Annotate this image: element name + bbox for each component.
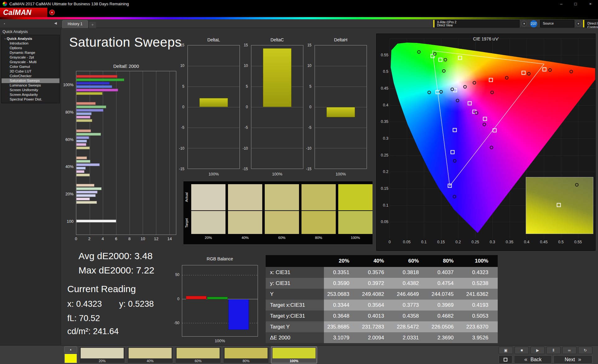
pause-button[interactable]: Ⅱ — [546, 347, 561, 354]
axis-tick-label: 14 — [167, 236, 172, 241]
sidebar-item-quick-analysis[interactable]: ▪Quick Analysis — [2, 36, 59, 41]
axis-tick-label: 0.05 — [403, 240, 411, 244]
workflow-tree: ▪Quick AnalysisIntroductionOptionsDynami… — [1, 35, 60, 103]
reading-count-badge: 237 — [530, 20, 537, 27]
bar — [76, 82, 110, 85]
patch-window-button[interactable]: ▲ — [64, 346, 77, 353]
add-tab-button[interactable]: + — [89, 22, 96, 28]
target-point — [483, 117, 487, 121]
target-point — [557, 203, 561, 207]
axis-tick-label: 0 — [309, 105, 311, 109]
sidebar-item-screen-angularity[interactable]: Screen Angularity — [2, 92, 59, 97]
bar — [76, 109, 103, 112]
deltae-chart-plot — [76, 71, 176, 235]
axis-tick-label: -10 — [243, 146, 248, 151]
bar — [199, 98, 228, 107]
snapshot-icon: ▣ — [499, 347, 513, 354]
axis-tick-label: 0.05 — [381, 220, 388, 224]
table-header: 20%40%60%80%100% — [266, 255, 498, 267]
axis-tick-label: 100% — [315, 172, 367, 176]
bar — [76, 136, 89, 139]
bar — [76, 116, 90, 119]
table-row: Target x:CIE310.33440.35640.37730.39690.… — [266, 300, 498, 310]
axis-tick-label: 0 — [246, 105, 248, 109]
gridline — [251, 148, 303, 148]
axis-tick-label: 20% — [65, 192, 74, 196]
axis-tick-label: 100% — [187, 172, 240, 176]
close-button[interactable]: × — [583, 0, 598, 8]
measured-point — [570, 70, 573, 73]
dot-icon[interactable]: ● — [4, 22, 5, 25]
sidebar-item-spectral-power-dist[interactable]: Spectral Power Dist. — [2, 97, 59, 102]
sidebar-item-screen-uniformity[interactable]: Screen Uniformity — [2, 88, 59, 92]
chevron-down-icon[interactable]: ▼ — [576, 21, 581, 26]
target-point — [438, 58, 442, 62]
gridline — [188, 66, 240, 66]
axis-tick-label: 0.45 — [381, 86, 388, 91]
minimize-button[interactable]: – — [554, 0, 568, 8]
table-row: y: CIE310.35900.39720.43820.47540.5238 — [266, 278, 498, 289]
patch-button-40[interactable]: 40% — [127, 347, 173, 363]
refresh-button[interactable]: ↻ — [578, 347, 592, 354]
cie-chart-title: CIE 1976 u'v' — [377, 36, 595, 41]
display-control-dropdown[interactable]: Direct Display Control — [585, 20, 598, 27]
snapshot-button[interactable]: ▣ — [499, 347, 513, 354]
sidebar-item-grayscale-multi[interactable]: Grayscale - Multi — [2, 60, 59, 64]
sidebar-item-introduction[interactable]: Introduction — [2, 41, 59, 46]
table-cell: 0.3344 — [324, 300, 359, 310]
sidebar-item-colorchecker[interactable]: ColorChecker — [2, 74, 59, 78]
back-button[interactable]: « Back — [514, 355, 552, 364]
bar — [76, 133, 101, 136]
patch-button-60[interactable]: 60% — [175, 347, 221, 363]
axis-labels: 151050-5-10-15 — [303, 45, 313, 169]
source-dropdown[interactable]: Source — [540, 20, 574, 27]
next-button[interactable]: Next » — [553, 355, 592, 364]
sidebar-item-luminance-sweeps[interactable]: Luminance Sweeps — [2, 83, 59, 88]
sidebar-item-3d-cube-lut[interactable]: 3D Cube LUT — [2, 69, 59, 74]
sidebar-item-saturation-sweeps[interactable]: Saturation Sweeps — [2, 78, 59, 83]
bar — [76, 140, 87, 142]
measured-point — [433, 52, 437, 56]
swatch-compare-panel: Actual Target 20%40%60%80%100% — [183, 181, 373, 244]
column-header: 20% — [324, 255, 359, 267]
sidebar-item-options[interactable]: Options — [2, 46, 59, 50]
bar — [76, 105, 106, 108]
target-point — [543, 67, 547, 71]
chevron-down-icon[interactable]: ▼ — [521, 21, 527, 26]
patch-button-80[interactable]: 80% — [223, 347, 269, 363]
swatch-column-100: 100% — [338, 184, 373, 243]
axis-tick-label: -15 — [306, 167, 311, 171]
sidebar-item-dynamic-range[interactable]: Dynamic Range — [2, 50, 59, 55]
measurement-table: 20%40%60%80%100% x: CIE310.33510.35760.3… — [266, 255, 498, 343]
axis-tick-label: 10 — [244, 63, 248, 68]
patch-button-100[interactable]: 100% — [271, 347, 317, 363]
stop-measure-button[interactable] — [499, 355, 512, 364]
meter-dropdown[interactable]: X-Rite i1Pro 2 Direct View — [435, 20, 520, 27]
stop-button[interactable]: ■ — [515, 347, 529, 354]
green-bar — [207, 297, 228, 299]
maximize-button[interactable]: □ — [568, 0, 583, 8]
patch-button-20[interactable]: 20% — [79, 347, 125, 363]
axis-tick-label: 10 — [180, 63, 184, 68]
axis-tick-label: 0.3 — [383, 136, 388, 141]
tree-bullet-icon: ▪ — [5, 38, 5, 40]
target-swatch — [301, 211, 336, 234]
target-swatch — [338, 211, 373, 234]
gridline — [315, 66, 367, 66]
axis-tick-label: 0.55 — [574, 240, 582, 244]
target-point — [436, 90, 440, 94]
collapse-left-icon[interactable]: ◀ — [54, 21, 57, 25]
brand-menu-button[interactable]: ▼ — [49, 10, 55, 15]
sidebar-item-grayscale-2pt[interactable]: Grayscale - 2pt — [2, 55, 59, 60]
loop-icon: ∞ — [562, 347, 576, 354]
axis-tick-label: -15 — [179, 167, 184, 171]
measured-point — [527, 72, 530, 75]
axis-tick-label: 0.35 — [381, 119, 388, 124]
table-cell: 0.5053 — [463, 310, 498, 321]
sidebar-item-color-gamut[interactable]: Color Gamut — [2, 64, 59, 69]
loop-button[interactable]: ∞ — [562, 347, 577, 354]
actual-swatch — [338, 184, 373, 210]
patch-color — [129, 348, 172, 358]
play-button[interactable]: ▶ — [530, 347, 545, 354]
tab-history-1[interactable]: History 1 — [62, 20, 88, 28]
